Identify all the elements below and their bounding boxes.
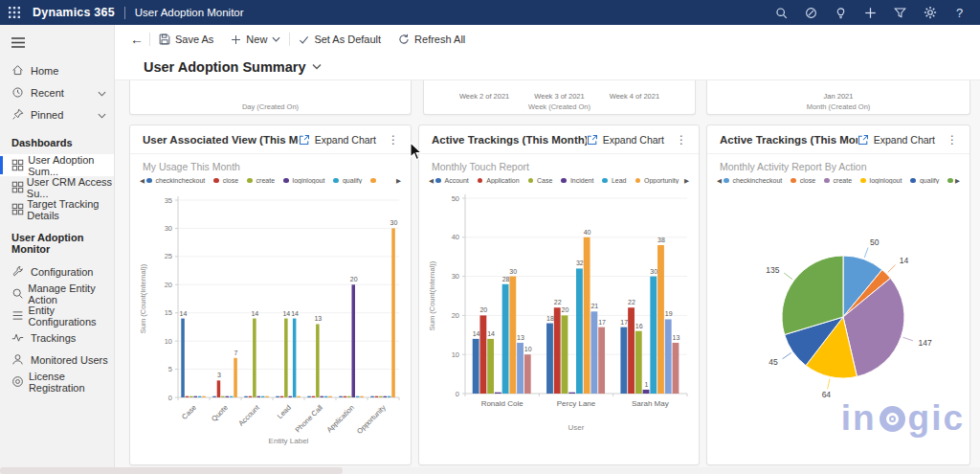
dashboard-selector-chevron-icon[interactable] — [312, 63, 322, 70]
bar[interactable] — [312, 396, 316, 397]
sidebar-item-license-registration[interactable]: License Registration — [0, 371, 114, 393]
bar[interactable] — [249, 396, 253, 397]
bar[interactable] — [635, 331, 642, 394]
bar[interactable] — [230, 396, 234, 397]
legend-scroll-right-icon[interactable]: ▶ — [394, 177, 403, 185]
expand-chart-button[interactable]: Expand Chart — [587, 134, 664, 146]
sidebar-item-configuration[interactable]: Configuration — [0, 260, 114, 282]
legend-item[interactable]: Opportunity — [635, 177, 679, 184]
bar[interactable] — [524, 354, 531, 394]
legend-scroll-left-icon[interactable]: ◀ — [427, 177, 435, 185]
bar[interactable] — [226, 396, 230, 397]
bar[interactable] — [665, 319, 672, 394]
bar[interactable] — [253, 319, 256, 397]
bar[interactable] — [546, 324, 553, 394]
bar[interactable] — [495, 393, 501, 394]
bar[interactable] — [276, 396, 279, 397]
legend-scroll-left-icon[interactable]: ◀ — [138, 177, 146, 185]
bar[interactable] — [517, 343, 523, 394]
bar[interactable] — [576, 268, 583, 394]
bar[interactable] — [375, 396, 379, 397]
scrollbar-thumb[interactable] — [0, 467, 343, 474]
bar[interactable] — [628, 307, 635, 394]
expand-chart-button[interactable]: Expand Chart — [858, 134, 935, 146]
bar[interactable] — [388, 396, 391, 397]
bar[interactable] — [194, 396, 198, 397]
bar[interactable] — [212, 396, 216, 397]
app-brand[interactable]: Dynamics 365 — [33, 6, 115, 19]
help-icon[interactable]: ? — [945, 6, 974, 20]
legend-item[interactable]: Lead — [602, 177, 626, 184]
bar[interactable] — [221, 396, 225, 397]
sidebar-item-manage-entity-action[interactable]: Manage Entity Action — [0, 282, 114, 305]
bar[interactable] — [370, 396, 374, 397]
bar[interactable] — [234, 358, 237, 397]
new-button[interactable]: New — [222, 25, 289, 54]
legend-item[interactable] — [370, 178, 380, 184]
lightbulb-icon[interactable] — [826, 7, 856, 19]
bar[interactable] — [181, 319, 185, 397]
chevron-down-icon[interactable] — [98, 87, 106, 99]
bar[interactable] — [347, 396, 351, 397]
sidebar-item-recent[interactable]: Recent — [0, 81, 114, 103]
bar[interactable] — [502, 284, 509, 394]
guided-tour-icon[interactable] — [796, 7, 826, 19]
bar[interactable] — [293, 319, 297, 397]
save-as-button[interactable]: Save As — [150, 25, 222, 54]
bar[interactable] — [289, 396, 293, 397]
legend-item[interactable]: loginlogout — [860, 177, 902, 184]
settings-gear-icon[interactable] — [915, 6, 945, 19]
search-icon[interactable] — [767, 7, 796, 19]
bar[interactable] — [339, 396, 343, 397]
filter-chart-card[interactable]: Jan 2021Month (Created On) — [706, 80, 970, 115]
bar[interactable] — [384, 396, 388, 397]
legend-item[interactable]: Incident — [561, 177, 593, 184]
bar[interactable] — [244, 396, 247, 397]
bar[interactable] — [598, 327, 605, 394]
bar[interactable] — [352, 284, 356, 397]
legend-item[interactable]: checkincheckout — [724, 177, 782, 184]
bar[interactable] — [265, 396, 269, 397]
bar[interactable] — [261, 396, 265, 397]
legend-scroll-left-icon[interactable]: ◀ — [715, 177, 724, 185]
legend-item[interactable]: qualify — [910, 177, 939, 184]
bar[interactable] — [280, 396, 284, 397]
horizontal-scrollbar[interactable] — [0, 467, 980, 474]
bar[interactable] — [590, 311, 597, 394]
sidebar-item-trackings[interactable]: Trackings — [0, 327, 114, 349]
chevron-down-icon[interactable] — [98, 109, 106, 121]
sidebar-item-entity-configurations[interactable]: Entity Configurations — [0, 305, 114, 327]
legend-item[interactable]: Case — [528, 177, 553, 184]
legend-item[interactable]: loginlogout — [283, 177, 324, 184]
bar[interactable] — [584, 237, 590, 394]
legend-item[interactable]: create — [247, 177, 275, 184]
page-title[interactable]: User Adoption Summary — [144, 59, 305, 75]
legend-item[interactable]: create — [824, 177, 852, 184]
add-icon[interactable] — [856, 7, 885, 19]
legend-item[interactable]: Application — [478, 177, 520, 184]
bar[interactable] — [356, 396, 360, 397]
bar[interactable] — [554, 307, 561, 394]
refresh-all-button[interactable]: Refresh All — [390, 25, 474, 54]
bar[interactable] — [297, 396, 301, 397]
back-button[interactable]: ← — [124, 32, 149, 47]
bar[interactable] — [620, 327, 627, 394]
bar[interactable] — [257, 396, 261, 397]
bar[interactable] — [198, 396, 202, 397]
bar[interactable] — [568, 393, 575, 394]
collapse-sitemap-icon[interactable] — [0, 31, 114, 59]
sidebar-item-user-crm-access-su[interactable]: User CRM Access Su... — [0, 176, 114, 198]
legend-scroll-right-icon[interactable]: ▶ — [953, 177, 962, 185]
bar[interactable] — [324, 396, 328, 397]
bar[interactable] — [186, 396, 189, 397]
bar[interactable] — [344, 396, 347, 397]
sidebar-item-pinned[interactable]: Pinned — [0, 103, 114, 125]
filter-icon[interactable] — [885, 7, 915, 19]
bar[interactable] — [328, 396, 332, 397]
app-context-title[interactable]: User Adoption Monitor — [135, 7, 244, 18]
legend-item[interactable]: checkincheckout — [146, 177, 205, 184]
bar[interactable] — [217, 380, 221, 397]
bar[interactable] — [487, 339, 494, 394]
bar[interactable] — [479, 315, 486, 394]
set-as-default-button[interactable]: Set As Default — [290, 25, 390, 54]
